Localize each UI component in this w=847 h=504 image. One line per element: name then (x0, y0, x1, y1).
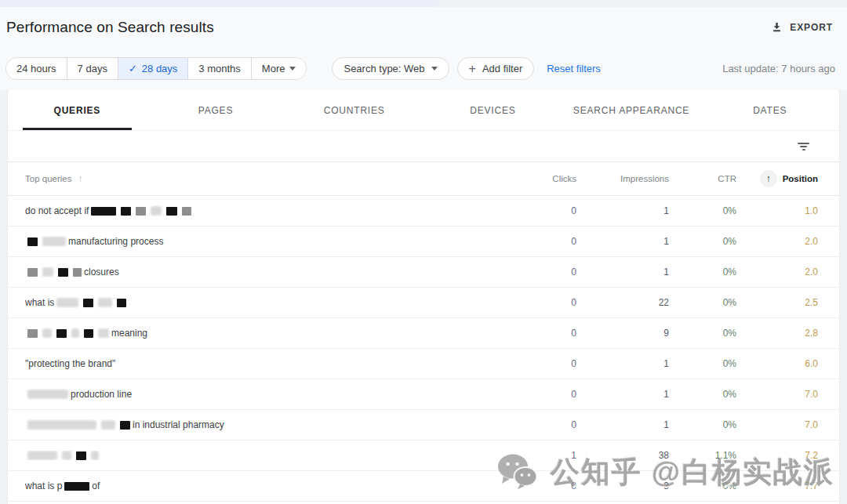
export-button[interactable]: EXPORT (771, 21, 833, 33)
top-queries-header[interactable]: Top queries ↑ (8, 173, 489, 184)
ctr-column-header[interactable]: CTR (669, 174, 736, 183)
query-cell: what is pof (8, 480, 489, 491)
table-row[interactable]: production line010%7.0 (8, 379, 839, 410)
table-row[interactable]: meaning090%2.8 (8, 318, 839, 349)
ctr-value: 0% (669, 236, 736, 247)
filter-bar: 24 hours7 days✓28 days3 monthsMore Searc… (0, 47, 847, 90)
query-cell: do not accept if (8, 205, 489, 216)
ctr-value: 0% (669, 297, 736, 308)
redaction-box (83, 299, 93, 307)
query-cell: in industrial pharmacy (8, 419, 489, 430)
position-value: 1.0 (736, 205, 839, 216)
ctr-value: 0% (669, 205, 736, 216)
clicks-value: 0 (489, 267, 576, 277)
redaction-box (27, 237, 38, 246)
clicks-column-header[interactable]: Clicks (489, 174, 576, 183)
table-row[interactable]: manufacturing process010%2.0 (8, 227, 839, 257)
clicks-value: 0 (489, 328, 576, 339)
redaction-box (98, 328, 109, 338)
table-header-row: Top queries ↑ Clicks Impressions CTR ↑ P… (8, 162, 839, 196)
redaction-box (120, 421, 130, 430)
page-header: Performance on Search results EXPORT (0, 7, 847, 47)
ctr-value: 0% (669, 267, 736, 277)
redaction-box (117, 299, 126, 307)
tab-search-appearance[interactable]: SEARCH APPEARANCE (562, 90, 701, 130)
impressions-value: 9 (576, 328, 669, 339)
last-update-text: Last update: 7 hours ago (722, 63, 835, 74)
redaction-box (166, 207, 177, 216)
query-text: in industrial pharmacy (133, 419, 224, 430)
impressions-value: 38 (576, 450, 669, 461)
position-column-header[interactable]: ↑ Position (736, 170, 839, 187)
export-label: EXPORT (790, 22, 833, 33)
impressions-value: 22 (576, 297, 669, 308)
filter-table-icon[interactable] (794, 140, 812, 154)
search-type-label: Search type: Web (344, 63, 424, 74)
query-text: do not accept if (25, 205, 89, 216)
table-row[interactable]: closures010%2.0 (8, 257, 839, 288)
date-range-7-days[interactable]: 7 days (67, 58, 118, 79)
impressions-column-header[interactable]: Impressions (576, 174, 669, 183)
ctr-value: 0% (669, 328, 736, 339)
search-type-filter[interactable]: Search type: Web (332, 57, 449, 80)
add-filter-label: Add filter (482, 63, 522, 74)
redaction-box (71, 328, 79, 338)
query-text: of (92, 480, 100, 491)
position-value: 2.0 (736, 267, 839, 277)
clicks-value: 0 (489, 297, 576, 308)
ctr-value: 0% (669, 358, 736, 369)
impressions-value: 3 (576, 480, 669, 491)
tab-queries[interactable]: QUERIES (8, 90, 147, 130)
add-filter-button[interactable]: + Add filter (457, 57, 535, 80)
redaction-box (42, 237, 66, 246)
redaction-box (182, 207, 191, 216)
redaction-box (62, 451, 71, 460)
table-toolbar (8, 131, 839, 162)
redaction-box (42, 267, 53, 277)
redaction-box (151, 206, 162, 216)
redaction-box (56, 329, 67, 338)
ctr-value: 0% (669, 480, 736, 491)
redaction-box (56, 298, 78, 307)
browser-remnant-strip (0, 0, 847, 7)
table-row[interactable]: what is pof030%7.7 (8, 471, 839, 502)
table-body: do not accept if010%1.0manufacturing pro… (8, 196, 839, 502)
position-value: 6.0 (736, 358, 839, 369)
query-text: manufacturing process (68, 236, 163, 247)
clicks-value: 0 (489, 389, 576, 400)
table-row[interactable]: do not accept if010%1.0 (8, 196, 839, 227)
ctr-value: 0% (669, 419, 736, 430)
query-text: what is p (25, 480, 62, 491)
date-range-3-months[interactable]: 3 months (188, 58, 251, 79)
clicks-value: 0 (489, 205, 576, 216)
redaction-box (27, 268, 38, 277)
redaction-box (27, 329, 38, 338)
table-row[interactable]: 1381.1%7.2 (8, 441, 839, 471)
redaction-box (136, 207, 146, 216)
plus-icon: + (469, 63, 476, 75)
date-range-24-hours[interactable]: 24 hours (6, 58, 67, 79)
reset-filters-link[interactable]: Reset filters (547, 63, 601, 74)
redaction-box (27, 420, 96, 430)
tab-devices[interactable]: DEVICES (424, 90, 562, 130)
clicks-value: 1 (489, 450, 576, 461)
clicks-value: 0 (489, 358, 576, 369)
redaction-box (121, 207, 131, 216)
table-row[interactable]: "protecting the brand"010%6.0 (8, 349, 839, 379)
redaction-box (42, 328, 52, 338)
tab-countries[interactable]: COUNTRIES (285, 90, 424, 130)
query-cell: "protecting the brand" (8, 358, 489, 369)
table-row[interactable]: in industrial pharmacy010%7.0 (8, 410, 839, 441)
query-text: "protecting the brand" (25, 358, 115, 369)
date-range-28-days[interactable]: ✓28 days (118, 58, 188, 79)
impressions-value: 1 (576, 236, 669, 247)
tab-dates[interactable]: DATES (700, 90, 839, 130)
redaction-box (27, 390, 68, 399)
impressions-value: 1 (576, 358, 669, 369)
redaction-box (58, 268, 68, 277)
table-row[interactable]: what is0220%2.5 (8, 288, 839, 318)
position-value: 7.7 (736, 480, 839, 491)
ctr-value: 1.1% (669, 450, 736, 461)
tab-pages[interactable]: PAGES (147, 90, 285, 130)
date-range-more[interactable]: More (252, 58, 307, 79)
